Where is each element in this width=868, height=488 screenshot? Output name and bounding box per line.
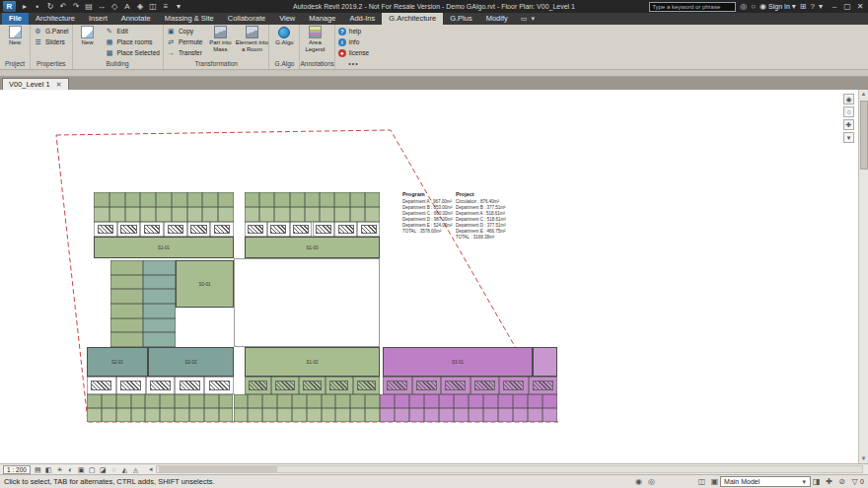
drawing-canvas[interactable]: S1-01S1-03S0-01S2-01S2-02S1-02S3-01 Prog… xyxy=(0,90,868,463)
room-cell[interactable] xyxy=(110,318,143,333)
room-cell[interactable] xyxy=(218,207,234,222)
room-cell[interactable] xyxy=(439,408,454,422)
room-cell[interactable] xyxy=(204,394,219,408)
ribbon-tab-g-plus[interactable]: G.Plus xyxy=(443,13,479,25)
print-icon[interactable]: ▤ xyxy=(83,1,95,12)
maximize-button[interactable]: ▢ xyxy=(842,1,852,12)
room-cell[interactable] xyxy=(271,377,298,394)
ribbon-tab-annotate[interactable]: Annotate xyxy=(114,13,158,25)
help-search-box[interactable] xyxy=(649,2,736,12)
section-icon[interactable]: ◫ xyxy=(147,1,159,12)
room-cell[interactable] xyxy=(454,394,469,408)
room-s1-03[interactable]: S1-03 xyxy=(245,237,380,258)
room-cell[interactable] xyxy=(380,394,395,408)
place-rooms-button[interactable]: ▦ Place rooms xyxy=(106,36,160,47)
room-cell[interactable] xyxy=(383,377,412,394)
room-s3-01[interactable]: S3-01 xyxy=(383,347,533,377)
ribbon-tab-g-architecture[interactable]: G.Architecture xyxy=(382,13,443,25)
room-cell[interactable] xyxy=(365,192,380,207)
nav-options-icon[interactable]: ▾ xyxy=(843,132,854,143)
scroll-up-icon[interactable]: ▲ xyxy=(861,90,867,99)
crop-region-icon[interactable]: ▢ xyxy=(87,465,98,474)
room-cell[interactable] xyxy=(292,408,307,422)
room-cell[interactable] xyxy=(334,192,349,207)
worksets-icon[interactable]: ◫ xyxy=(696,477,707,486)
tag-icon[interactable]: ◇ xyxy=(108,1,120,12)
room-cell[interactable] xyxy=(202,207,218,222)
room-cell[interactable] xyxy=(102,408,116,422)
minimize-button[interactable]: – xyxy=(830,1,839,12)
editing-requests-icon[interactable]: ◎ xyxy=(646,477,657,486)
element-into-room-button[interactable]: Element into a Room xyxy=(235,25,268,52)
room-cell[interactable] xyxy=(87,408,102,422)
room-cell[interactable] xyxy=(156,207,172,222)
undo-icon[interactable]: ↶ xyxy=(57,1,69,12)
room-cell[interactable] xyxy=(187,192,203,207)
room-cell[interactable] xyxy=(365,394,380,408)
exclude-options-icon[interactable]: ◨ xyxy=(811,477,822,486)
search-input[interactable] xyxy=(652,4,725,10)
room-cell[interactable] xyxy=(172,192,187,207)
room-cell[interactable] xyxy=(307,394,322,408)
room-cell[interactable] xyxy=(469,408,483,422)
room-cell[interactable] xyxy=(94,207,109,222)
info-button[interactable]: i info xyxy=(338,36,369,47)
room-cell[interactable] xyxy=(395,408,409,422)
room-cell[interactable] xyxy=(322,394,336,408)
room-cell[interactable] xyxy=(117,222,141,237)
room-cell[interactable] xyxy=(234,408,249,422)
app-button[interactable]: R xyxy=(3,1,16,12)
main-model-select[interactable]: Main Model ▼ xyxy=(720,476,811,487)
room-cell[interactable] xyxy=(357,222,380,237)
exchange-apps-icon[interactable]: ⊞ xyxy=(800,1,807,12)
room-cell[interactable] xyxy=(245,192,259,207)
room-cell[interactable] xyxy=(350,408,365,422)
customize-qat-icon[interactable]: ▾ xyxy=(173,1,184,12)
room-cell[interactable] xyxy=(267,222,290,237)
close-button[interactable]: ✕ xyxy=(855,1,865,12)
room-cell[interactable] xyxy=(441,377,470,394)
room-cell[interactable] xyxy=(110,260,143,275)
room-cell[interactable] xyxy=(131,408,146,422)
room-cell[interactable] xyxy=(313,222,335,237)
room-cell[interactable] xyxy=(259,207,274,222)
room-cell[interactable] xyxy=(307,408,322,422)
detail-level-icon[interactable]: ▤ xyxy=(33,465,43,474)
ribbon-tab-add-ins[interactable]: Add-Ins xyxy=(342,13,382,25)
room-cell[interactable] xyxy=(143,318,176,333)
vertical-scrollbar[interactable]: ▲ ▼ xyxy=(858,90,868,463)
room-cell[interactable] xyxy=(424,408,439,422)
room-cell[interactable] xyxy=(145,394,160,408)
ribbon-tab-insert[interactable]: Insert xyxy=(82,13,114,25)
room-cell[interactable] xyxy=(140,207,156,222)
room-cell[interactable] xyxy=(469,394,483,408)
view-tab-v00-level-1[interactable]: V00_Level 1 ✕ xyxy=(2,78,69,90)
ribbon-tab-modify[interactable]: Modify xyxy=(479,13,515,25)
room-cell[interactable] xyxy=(143,275,176,290)
ribbon-state-icon[interactable]: ▭ xyxy=(521,15,528,23)
ribbon-tab-collaborate[interactable]: Collaborate xyxy=(221,13,272,25)
sliders-button[interactable]: ☰ Sliders xyxy=(34,36,69,47)
room-cell[interactable] xyxy=(160,408,175,422)
building-new-button[interactable]: New xyxy=(73,25,103,46)
courtyard[interactable] xyxy=(234,258,380,347)
room-cell[interactable] xyxy=(498,408,513,422)
ribbon-minimize-icon[interactable]: ▾ xyxy=(531,15,535,23)
room-cell[interactable] xyxy=(140,192,156,207)
filter-icon[interactable]: ▽ xyxy=(849,477,860,486)
room-s2-01[interactable]: S2-01 xyxy=(87,347,148,377)
text-icon[interactable]: A xyxy=(121,1,133,12)
room-cell[interactable] xyxy=(350,394,365,408)
sun-path-icon[interactable]: ☀ xyxy=(54,465,65,474)
room-cell[interactable] xyxy=(248,394,262,408)
room-cell[interactable] xyxy=(245,377,271,394)
room-s0-01[interactable]: S0-01 xyxy=(176,260,234,308)
worksharing-display-icon[interactable]: ◉ xyxy=(633,477,644,486)
room-cell[interactable] xyxy=(143,260,176,275)
visual-style-icon[interactable]: ◧ xyxy=(43,465,54,474)
ribbon-tab-massing-site[interactable]: Massing & Site xyxy=(158,13,221,25)
room-cell[interactable] xyxy=(110,289,143,304)
room-cell[interactable] xyxy=(172,207,187,222)
room-cell[interactable] xyxy=(262,408,277,422)
room-cell[interactable] xyxy=(131,394,146,408)
